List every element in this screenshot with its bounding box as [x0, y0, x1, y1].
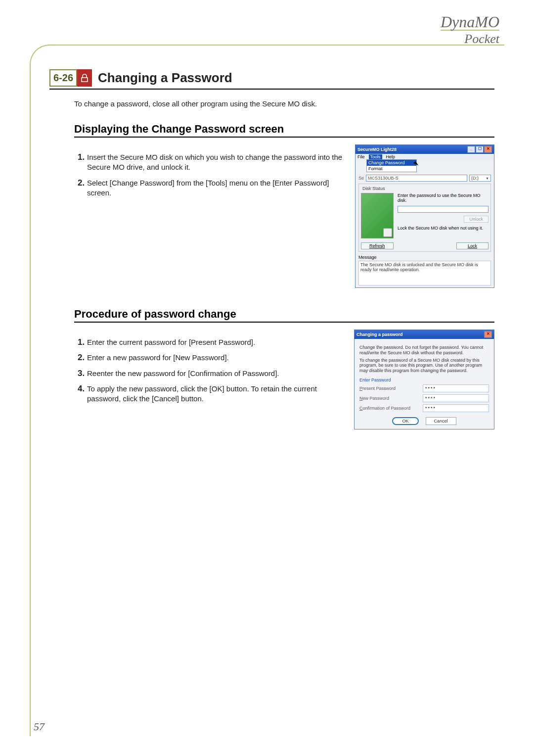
message-group: Message The Secure MO disk is unlocked a…	[358, 255, 491, 285]
disk-status-label: Disk Status	[361, 186, 387, 191]
drive-combo[interactable]: MCS3130UB-S	[366, 175, 467, 182]
chevron-down-icon: ▼	[486, 177, 489, 180]
menu-tools[interactable]: Tools	[369, 154, 382, 159]
confirm-password-input[interactable]	[423, 404, 489, 412]
confirm-password-label: Confirmation of Password	[359, 406, 423, 411]
step: Reenter the new password for [Confirmati…	[87, 368, 345, 378]
window-title: SecureMO Light28	[357, 147, 397, 152]
message-box: The Secure MO disk is unlocked and the S…	[358, 261, 491, 285]
tools-menu-format[interactable]: Format	[367, 166, 416, 172]
brand-sub: Pocket	[441, 30, 499, 47]
subhead-2: Procedure of password change	[74, 308, 494, 323]
menu-help[interactable]: Help	[386, 154, 396, 159]
section1-row: Insert the Secure MO disk on which you w…	[74, 144, 494, 288]
change-password-dialog: Changing a password ✕ Change the passwor…	[354, 330, 494, 429]
drive-letter-value: (D:)	[471, 176, 479, 181]
brand-title: DynaMO	[441, 14, 499, 30]
cancel-button[interactable]: Cancel	[426, 417, 456, 425]
page-number: 57	[34, 720, 44, 733]
intro-text: To change a password, close all other pr…	[74, 99, 494, 108]
section2-row: Enter the current password for [Present …	[74, 330, 494, 429]
subhead-1: Displaying the Change Password screen	[74, 123, 494, 138]
menu-file[interactable]: File	[357, 154, 365, 159]
step: To apply the new password, click the [OK…	[87, 383, 345, 404]
dialog-p2: To change the password of a Secure MO di…	[359, 358, 489, 374]
steps-2: Enter the current password for [Present …	[74, 337, 345, 409]
present-password-label: PPresent Passwordresent Password	[359, 386, 423, 391]
lock-label: Lock	[468, 243, 477, 248]
close-icon[interactable]: ✕	[484, 331, 492, 338]
refresh-label: Refresh	[369, 243, 385, 248]
drive-combo-value: MCS3130UB-S	[368, 176, 399, 181]
content: 6-26 Changing a Password To change a pas…	[49, 69, 494, 429]
tools-menu-change-password[interactable]: Change Password	[367, 160, 416, 166]
password-input[interactable]	[398, 206, 489, 213]
brand-block: DynaMO Pocket	[441, 14, 499, 47]
step: Select [Change Password] from the [Tools…	[87, 178, 346, 198]
drive-row: Se MCS3130UB-S (D:) ▼	[358, 175, 491, 182]
dialog-title: Changing a password	[356, 332, 403, 337]
enter-password-label: Enter Password	[359, 378, 489, 382]
securemo-window: SecureMO Light28 _ ☐ ✕ File Tools Help C…	[355, 144, 494, 288]
window-body: Se MCS3130UB-S (D:) ▼ Disk Status Enter …	[356, 160, 494, 287]
lock-hint: Lock the Secure MO disk when not using i…	[398, 226, 489, 231]
tools-dropdown: Change Password Format	[366, 159, 417, 172]
message-label: Message	[358, 255, 491, 260]
refresh-button[interactable]: Refresh	[361, 242, 394, 249]
minimize-icon[interactable]: _	[467, 146, 475, 153]
new-password-label: New Password	[359, 396, 423, 401]
section-title: Changing a Password	[98, 70, 232, 86]
password-prompt: Enter the password to use the Secure MO …	[398, 193, 489, 203]
window-titlebar: SecureMO Light28 _ ☐ ✕	[356, 145, 494, 154]
new-password-input[interactable]	[423, 394, 489, 402]
disk-icon	[361, 193, 394, 238]
maximize-icon[interactable]: ☐	[476, 146, 484, 153]
present-password-input[interactable]	[423, 384, 489, 392]
drive-label-se: Se	[358, 176, 364, 181]
dialog-titlebar: Changing a password ✕	[355, 330, 494, 339]
step: Insert the Secure MO disk on which you w…	[87, 152, 346, 173]
section-badge: 6-26 Changing a Password	[49, 69, 494, 87]
unlock-button[interactable]: Unlock	[464, 216, 489, 223]
dialog-body: Change the password. Do not forget the p…	[355, 339, 494, 429]
ok-button[interactable]: OK	[392, 417, 418, 425]
section-number: 6-26	[49, 69, 77, 87]
step: Enter the current password for [Present …	[87, 337, 345, 347]
close-icon[interactable]: ✕	[484, 146, 492, 153]
dialog-p1: Change the password. Do not forget the p…	[359, 345, 489, 356]
lock-button[interactable]: Lock	[456, 242, 489, 249]
drive-letter-combo[interactable]: (D:) ▼	[469, 175, 491, 182]
lock-icon	[77, 69, 92, 87]
section-underline	[49, 89, 494, 90]
steps-1: Insert the Secure MO disk on which you w…	[74, 152, 346, 203]
step: Enter a new password for [New Password].	[87, 352, 345, 363]
disk-status-group: Disk Status Enter the password to use th…	[358, 184, 491, 252]
